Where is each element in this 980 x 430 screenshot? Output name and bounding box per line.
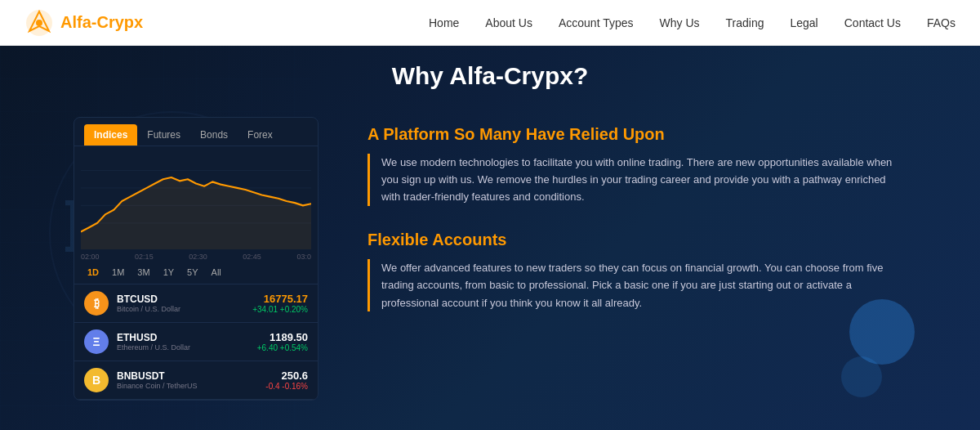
right-content: A Platform So Many Have Relied Upon We u… (368, 125, 906, 337)
nav-item-account-types[interactable]: Account Types (559, 16, 634, 29)
eth-info: ETHUSD Ethereum / U.S. Dollar (117, 332, 249, 352)
eth-icon: Ξ (84, 329, 109, 354)
bnb-info: BNBUSDT Binance Coin / TetherUS (117, 370, 257, 390)
tab-futures[interactable]: Futures (137, 124, 190, 146)
svg-point-1 (36, 20, 42, 26)
logo-part2: Crypx (96, 13, 143, 31)
tab-forex[interactable]: Forex (238, 124, 283, 146)
bnb-change: -0.4 -0.16% (265, 382, 308, 391)
x-label-3: 02:30 (189, 253, 207, 261)
x-label-1: 02:00 (81, 253, 100, 261)
btc-symbol: BTCUSD (117, 293, 244, 305)
widget-tabs: Indices Futures Bonds Forex (74, 118, 318, 146)
btc-icon: ₿ (84, 291, 109, 316)
chart-area (74, 146, 318, 253)
section-accounts: Flexible Accounts We offer advanced feat… (368, 231, 906, 311)
nav-item-legal[interactable]: Legal (790, 16, 817, 29)
time-1m[interactable]: 1M (109, 266, 127, 279)
logo-text: Alfa-Crypx (60, 13, 143, 32)
x-label-5: 03:0 (296, 253, 311, 261)
eth-price: 1189.50 (257, 331, 308, 343)
btc-change: +34.01 +0.20% (252, 305, 308, 314)
eth-change: +6.40 +0.54% (257, 343, 308, 352)
bnb-price-block: 250.6 -0.4 -0.16% (265, 370, 308, 391)
eth-price-block: 1189.50 +6.40 +0.54% (257, 331, 308, 352)
tab-indices[interactable]: Indices (84, 124, 137, 146)
page-title: Why Alfa-Crypx? (0, 62, 980, 90)
nav-item-about[interactable]: About Us (485, 16, 532, 29)
page-title-wrapper: Why Alfa-Crypx? (0, 62, 980, 90)
time-3m[interactable]: 3M (134, 266, 153, 279)
asset-row-btc: ₿ BTCUSD Bitcoin / U.S. Dollar 16775.17 … (74, 284, 318, 323)
x-label-2: 02:15 (135, 253, 154, 261)
btc-name: Bitcoin / U.S. Dollar (117, 305, 244, 313)
accounts-text: We offer advanced features to new trader… (368, 259, 906, 311)
bnb-symbol: BNBUSDT (117, 370, 257, 382)
chart-svg (81, 153, 311, 249)
logo-icon (24, 8, 54, 38)
nav-links: Home About Us Account Types Why Us Tradi… (429, 16, 956, 30)
main-section: ₿ Why Alfa-Crypx? Indices Futures Bonds … (0, 46, 980, 430)
asset-row-eth: Ξ ETHUSD Ethereum / U.S. Dollar 1189.50 … (74, 323, 318, 361)
chart-x-labels: 02:00 02:15 02:30 02:45 03:0 (74, 253, 318, 261)
trading-widget: Indices Futures Bonds Forex (74, 117, 318, 401)
platform-title: A Platform So Many Have Relied Upon (368, 125, 906, 144)
time-1d[interactable]: 1D (84, 266, 102, 279)
asset-row-bnb: B BNBUSDT Binance Coin / TetherUS 250.6 … (74, 361, 318, 400)
content-wrapper: Indices Futures Bonds Forex (41, 60, 939, 417)
nav-item-faqs[interactable]: FAQs (927, 16, 956, 29)
eth-symbol: ETHUSD (117, 332, 249, 343)
bnb-price: 250.6 (265, 370, 308, 382)
time-all[interactable]: All (208, 266, 225, 279)
nav-item-home[interactable]: Home (429, 16, 459, 29)
bnb-icon: B (84, 368, 109, 392)
btc-price-block: 16775.17 +34.01 +0.20% (252, 293, 308, 314)
tab-bonds[interactable]: Bonds (190, 124, 238, 146)
time-selector: 1D 1M 3M 1Y 5Y All (74, 261, 318, 284)
time-1y[interactable]: 1Y (160, 266, 177, 279)
eth-name: Ethereum / U.S. Dollar (117, 343, 249, 352)
x-label-4: 02:45 (243, 253, 261, 261)
time-5y[interactable]: 5Y (184, 266, 201, 279)
nav-item-contact[interactable]: Contact Us (844, 16, 901, 29)
btc-info: BTCUSD Bitcoin / U.S. Dollar (117, 293, 244, 313)
logo-part1: Alfa- (60, 13, 96, 31)
nav-item-trading[interactable]: Trading (726, 16, 764, 29)
navbar: Alfa-Crypx Home About Us Account Types W… (0, 0, 980, 46)
platform-text: We use modern technologies to facilitate… (368, 154, 906, 206)
accounts-title: Flexible Accounts (368, 231, 906, 249)
btc-price: 16775.17 (252, 293, 308, 305)
nav-item-why-us[interactable]: Why Us (660, 16, 700, 29)
section-platform: A Platform So Many Have Relied Upon We u… (368, 125, 906, 206)
logo[interactable]: Alfa-Crypx (24, 8, 143, 38)
bnb-name: Binance Coin / TetherUS (117, 382, 257, 390)
